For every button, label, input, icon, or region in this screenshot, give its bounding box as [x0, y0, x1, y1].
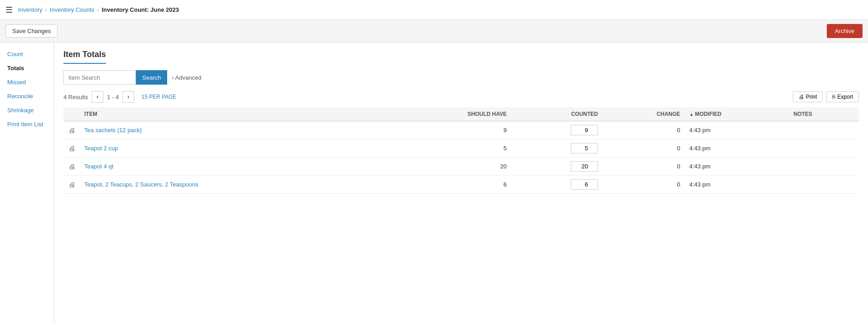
per-page-selector[interactable]: 15 PER PAGE: [141, 94, 176, 100]
table-row: 🖨 Teapot, 2 Teacups, 2 Saucers, 2 Teaspo…: [63, 176, 859, 194]
export-icon: ⎘: [832, 94, 835, 100]
prev-page-button[interactable]: ‹: [92, 91, 103, 103]
col-notes: NOTES: [789, 107, 859, 121]
results-info: 4 Results ‹ 1 - 4 › 15 PER PAGE: [63, 91, 176, 103]
row-item-name: Tea sachets (12 pack): [80, 121, 390, 139]
row-counted: [511, 176, 603, 194]
row-modified: 4:43 pm: [685, 139, 789, 158]
hamburger-icon[interactable]: ☰: [5, 5, 13, 15]
row-should-have: 20: [390, 158, 511, 176]
search-bar: Search › Advanced: [63, 70, 859, 85]
table-row: 🖨 Tea sachets (12 pack) 9 0 4:43 pm: [63, 121, 859, 139]
results-count: 4 Results: [63, 94, 88, 100]
row-print-icon[interactable]: 🖨: [63, 121, 80, 139]
page-range: 1 - 4: [105, 94, 121, 100]
counted-input[interactable]: [571, 143, 598, 153]
sidebar-item-missed[interactable]: Missed: [0, 75, 54, 89]
archive-button[interactable]: Archive: [827, 24, 863, 38]
item-link[interactable]: Teapot 4 qt: [84, 163, 113, 170]
row-modified: 4:43 pm: [685, 176, 789, 194]
results-actions: 🖨 Print ⎘ Export: [793, 91, 859, 102]
row-print-icon[interactable]: 🖨: [63, 158, 80, 176]
printer-icon: 🖨: [799, 94, 804, 100]
row-modified: 4:43 pm: [685, 158, 789, 176]
sidebar: Count Totals Missed Reconcile Shrinkage …: [0, 43, 54, 325]
row-item-name: Teapot 2 cup: [80, 139, 390, 158]
sep1: ›: [45, 6, 47, 13]
item-link[interactable]: Teapot 2 cup: [84, 145, 118, 152]
sidebar-item-totals[interactable]: Totals: [0, 61, 54, 75]
table-row: 🖨 Teapot 4 qt 20 0 4:43 pm: [63, 158, 859, 176]
row-change: 0: [603, 176, 685, 194]
breadcrumb-inventory-counts[interactable]: Inventory Counts: [50, 6, 94, 13]
row-should-have: 5: [390, 139, 511, 158]
col-print: [63, 107, 80, 121]
sidebar-item-print-item-list[interactable]: Print Item List: [0, 117, 54, 131]
main-layout: Count Totals Missed Reconcile Shrinkage …: [0, 43, 868, 325]
row-should-have: 6: [390, 176, 511, 194]
breadcrumb-current: Inventory Count: June 2023: [101, 6, 178, 13]
print-label: Print: [806, 94, 817, 100]
row-counted: [511, 158, 603, 176]
row-item-name: Teapot 4 qt: [80, 158, 390, 176]
row-change: 0: [603, 158, 685, 176]
breadcrumb: Inventory › Inventory Counts › Inventory…: [18, 6, 179, 13]
row-notes: [789, 158, 859, 176]
table-header-row: ITEM SHOULD HAVE COUNTED CHANGE ▲ MODIFI…: [63, 107, 859, 121]
print-button[interactable]: 🖨 Print: [793, 91, 823, 102]
sidebar-item-reconcile[interactable]: Reconcile: [0, 89, 54, 103]
next-page-button[interactable]: ›: [122, 91, 134, 103]
content-area: Item Totals Search › Advanced 4 Results …: [54, 43, 868, 325]
breadcrumb-inventory[interactable]: Inventory: [18, 6, 42, 13]
row-should-have: 9: [390, 121, 511, 139]
row-print-icon[interactable]: 🖨: [63, 176, 80, 194]
row-item-name: Teapot, 2 Teacups, 2 Saucers, 2 Teaspoon…: [80, 176, 390, 194]
col-should-have: SHOULD HAVE: [390, 107, 511, 121]
search-button[interactable]: Search: [136, 70, 167, 85]
item-link[interactable]: Tea sachets (12 pack): [84, 127, 142, 134]
sidebar-item-count[interactable]: Count: [0, 47, 54, 61]
row-counted: [511, 121, 603, 139]
row-notes: [789, 139, 859, 158]
row-change: 0: [603, 121, 685, 139]
results-bar: 4 Results ‹ 1 - 4 › 15 PER PAGE 🖨 Print …: [63, 91, 859, 103]
export-label: Export: [837, 94, 853, 100]
item-link[interactable]: Teapot, 2 Teacups, 2 Saucers, 2 Teaspoon…: [84, 181, 198, 188]
inventory-table: ITEM SHOULD HAVE COUNTED CHANGE ▲ MODIFI…: [63, 107, 859, 194]
row-notes: [789, 176, 859, 194]
pagination: ‹ 1 - 4 ›: [92, 91, 134, 103]
counted-input[interactable]: [571, 125, 598, 135]
col-counted: COUNTED: [511, 107, 603, 121]
save-changes-button[interactable]: Save Changes: [5, 24, 58, 38]
col-item: ITEM: [80, 107, 390, 121]
row-notes: [789, 121, 859, 139]
sep2: ›: [97, 6, 99, 13]
advanced-link[interactable]: › Advanced: [172, 74, 201, 81]
page-title: Item Totals: [63, 50, 106, 64]
search-input[interactable]: [63, 70, 136, 85]
row-modified: 4:43 pm: [685, 121, 789, 139]
modified-sort-icon: ▲: [689, 112, 695, 117]
row-change: 0: [603, 139, 685, 158]
col-change: CHANGE: [603, 107, 685, 121]
toolbar: Save Changes Archive: [0, 20, 868, 43]
export-button[interactable]: ⎘ Export: [826, 91, 859, 102]
col-modified: ▲ MODIFIED: [685, 107, 789, 121]
chevron-right-icon: ›: [172, 74, 174, 81]
advanced-label: Advanced: [175, 74, 202, 81]
sidebar-item-shrinkage[interactable]: Shrinkage: [0, 103, 54, 117]
counted-input[interactable]: [571, 161, 598, 172]
counted-input[interactable]: [571, 179, 598, 190]
table-row: 🖨 Teapot 2 cup 5 0 4:43 pm: [63, 139, 859, 158]
row-print-icon[interactable]: 🖨: [63, 139, 80, 158]
top-nav: ☰ Inventory › Inventory Counts › Invento…: [0, 0, 868, 20]
row-counted: [511, 139, 603, 158]
